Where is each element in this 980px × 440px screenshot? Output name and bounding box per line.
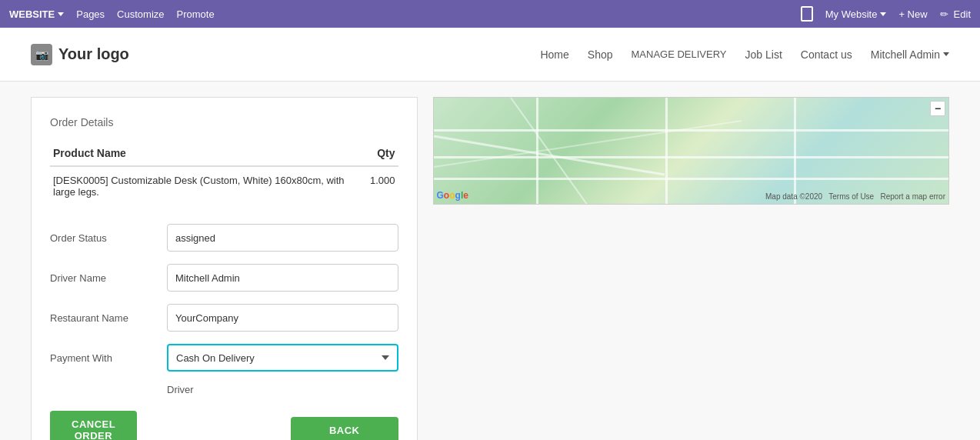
main-content: Order Details Product Name Qty [DESK0005…: [0, 82, 980, 440]
col-product-name: Product Name: [50, 141, 367, 166]
restaurant-name-row: Restaurant Name: [50, 304, 398, 332]
map-terms-link[interactable]: Terms of Use: [828, 192, 874, 201]
nav-home[interactable]: Home: [540, 48, 568, 61]
restaurant-name-label: Restaurant Name: [50, 312, 158, 324]
nav-manage-delivery[interactable]: MANAGE DELIVERY: [632, 48, 727, 60]
form-panel: Order Details Product Name Qty [DESK0005…: [31, 97, 418, 440]
customize-link[interactable]: Customize: [117, 8, 164, 20]
edit-button[interactable]: ✏ Edit: [940, 8, 971, 20]
button-row: CANCEL ORDER BACK: [50, 411, 398, 440]
pencil-icon: ✏: [940, 8, 948, 20]
driver-note: Driver: [50, 384, 398, 395]
camera-icon: 📷: [35, 48, 48, 61]
payment-label: Payment With: [50, 352, 158, 364]
map-report-link[interactable]: Report a map error: [881, 192, 945, 201]
payment-row: Payment With Cash On Delivery Credit Car…: [50, 344, 398, 372]
edit-label: Edit: [954, 8, 971, 20]
my-website-caret: [880, 12, 886, 16]
logo-area: 📷 Your logo: [31, 44, 129, 65]
mobile-icon[interactable]: [801, 6, 813, 22]
map-panel: − Google Map data ©2020 Terms of Use Rep…: [433, 97, 950, 440]
driver-name-row: Driver Name: [50, 264, 398, 292]
map-copyright: Map data ©2020: [765, 192, 822, 201]
driver-name-label: Driver Name: [50, 272, 158, 284]
restaurant-name-input[interactable]: [167, 304, 398, 332]
admin-user-name: Mitchell Admin: [871, 48, 940, 61]
nav-contact-us[interactable]: Contact us: [801, 48, 852, 61]
nav-shop[interactable]: Shop: [588, 48, 613, 61]
product-name-cell: [DESK0005] Customizable Desk (Custom, Wh…: [50, 166, 367, 205]
admin-user-caret: [943, 52, 949, 56]
new-button[interactable]: + New: [898, 8, 927, 20]
promote-link[interactable]: Promote: [177, 8, 215, 20]
table-row: [DESK0005] Customizable Desk (Custom, Wh…: [50, 166, 398, 205]
order-status-label: Order Status: [50, 232, 158, 244]
my-website-link[interactable]: My Website: [825, 8, 887, 20]
map-roads-svg: [434, 98, 949, 204]
my-website-label: My Website: [825, 8, 878, 20]
map-container: − Google Map data ©2020 Terms of Use Rep…: [433, 97, 950, 205]
product-table: Product Name Qty [DESK0005] Customizable…: [50, 141, 398, 205]
pages-link[interactable]: Pages: [76, 8, 105, 20]
payment-select[interactable]: Cash On Delivery Credit Card Bank Transf…: [167, 344, 398, 372]
map-brand: Google: [437, 190, 468, 201]
admin-bar: WEBSITE Pages Customize Promote My Websi…: [0, 0, 980, 28]
website-dropdown-caret[interactable]: [58, 12, 64, 16]
admin-bar-right: My Website + New ✏ Edit: [801, 6, 971, 22]
order-status-row: Order Status: [50, 224, 398, 252]
qty-cell: 1.000: [367, 166, 398, 205]
website-brand[interactable]: WEBSITE: [9, 8, 64, 20]
website-label[interactable]: WEBSITE: [9, 8, 55, 20]
back-button[interactable]: BACK: [291, 417, 398, 441]
nav-links: Home Shop MANAGE DELIVERY Job List Conta…: [540, 48, 949, 61]
logo-icon: 📷: [31, 44, 52, 65]
map-terms: Map data ©2020 Terms of Use Report a map…: [765, 192, 945, 201]
svg-line-0: [434, 136, 665, 175]
admin-user-menu[interactable]: Mitchell Admin: [871, 48, 949, 61]
map-zoom-out-button[interactable]: −: [930, 101, 945, 116]
nav-bar: 📷 Your logo Home Shop MANAGE DELIVERY Jo…: [0, 28, 980, 82]
order-status-input[interactable]: [167, 224, 398, 252]
nav-job-list[interactable]: Job List: [745, 48, 782, 61]
map-placeholder: − Google Map data ©2020 Terms of Use Rep…: [434, 98, 949, 204]
section-title: Order Details: [50, 116, 398, 128]
cancel-order-button[interactable]: CANCEL ORDER: [50, 411, 137, 440]
driver-name-input[interactable]: [167, 264, 398, 292]
logo-text: Your logo: [58, 45, 129, 63]
col-qty: Qty: [367, 141, 398, 166]
